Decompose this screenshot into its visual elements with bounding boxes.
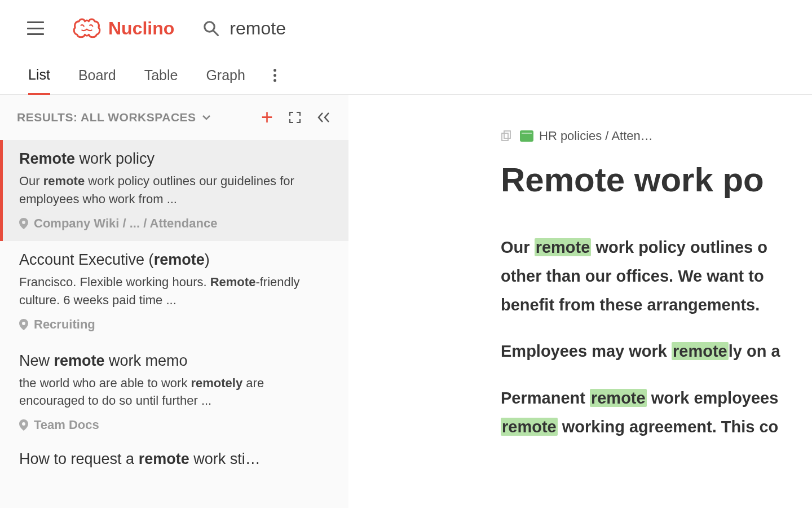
highlight: remote — [501, 418, 558, 436]
svg-line-1 — [213, 30, 218, 36]
result-snippet: Francisco. Flexible working hours. Remot… — [19, 273, 332, 309]
search-result[interactable]: New remote work memothe world who are ab… — [0, 342, 348, 443]
tab-graph[interactable]: Graph — [206, 57, 245, 94]
result-path: Company Wiki / ... / Attendance — [19, 216, 332, 231]
results-sidebar: RESULTS: ALL WORKSPACES + Remote work po… — [0, 95, 348, 508]
paragraph: Permanent remote work employees remote w… — [501, 384, 812, 441]
search-input[interactable] — [230, 18, 455, 39]
breadcrumb[interactable]: HR policies / Atten… — [501, 129, 812, 143]
tab-table[interactable]: Table — [144, 57, 178, 94]
location-icon — [19, 319, 28, 330]
result-snippet: Our remote work policy outlines our guid… — [19, 172, 332, 208]
highlight: remote — [672, 342, 729, 360]
collapse-icon[interactable] — [317, 111, 332, 124]
document-view: HR policies / Atten… Remote work po Our … — [348, 95, 812, 508]
brain-icon — [72, 17, 102, 40]
location-icon — [19, 218, 28, 229]
search-result[interactable]: Account Executive (remote)Francisco. Fle… — [0, 241, 348, 342]
document-body: Our remote work policy outlines o other … — [501, 233, 812, 441]
results-header: RESULTS: ALL WORKSPACES + — [0, 95, 348, 140]
search-result[interactable]: How to request a remote work sti… — [0, 443, 348, 468]
location-icon — [19, 419, 28, 431]
result-snippet: the world who are able to work remotely … — [19, 374, 332, 410]
folder-icon — [520, 130, 533, 142]
result-title: Remote work policy — [19, 150, 332, 168]
view-tabs: List Board Table Graph — [0, 56, 812, 95]
paragraph: Employees may work remotely on a — [501, 337, 812, 366]
document-title: Remote work po — [501, 160, 812, 199]
expand-icon[interactable] — [289, 111, 301, 124]
svg-rect-3 — [504, 131, 510, 138]
svg-rect-2 — [502, 133, 508, 141]
logo[interactable]: Nuclino — [72, 17, 174, 40]
more-icon[interactable] — [273, 69, 276, 82]
topbar: Nuclino — [0, 0, 812, 56]
result-title: New remote work memo — [19, 352, 332, 370]
brand-name: Nuclino — [108, 18, 174, 39]
paragraph: Our remote work policy outlines o other … — [501, 233, 812, 319]
result-title: How to request a remote work sti… — [19, 450, 332, 468]
chevron-down-icon — [202, 113, 211, 122]
tab-list[interactable]: List — [28, 56, 50, 95]
tab-board[interactable]: Board — [78, 57, 116, 94]
search — [202, 18, 455, 39]
result-title: Account Executive (remote) — [19, 251, 332, 269]
menu-icon[interactable] — [27, 21, 44, 35]
search-icon[interactable] — [202, 20, 219, 37]
result-path: Recruiting — [19, 317, 332, 332]
copy-icon — [501, 130, 512, 142]
results-scope-dropdown[interactable]: RESULTS: ALL WORKSPACES — [17, 111, 211, 124]
results-scope-label: RESULTS: ALL WORKSPACES — [17, 111, 196, 124]
result-path: Team Docs — [19, 418, 332, 432]
add-icon[interactable]: + — [261, 107, 273, 128]
highlight: remote — [590, 389, 647, 407]
breadcrumb-text: HR policies / Atten… — [539, 129, 653, 143]
search-result[interactable]: Remote work policyOur remote work policy… — [0, 140, 348, 241]
highlight: remote — [535, 238, 592, 256]
